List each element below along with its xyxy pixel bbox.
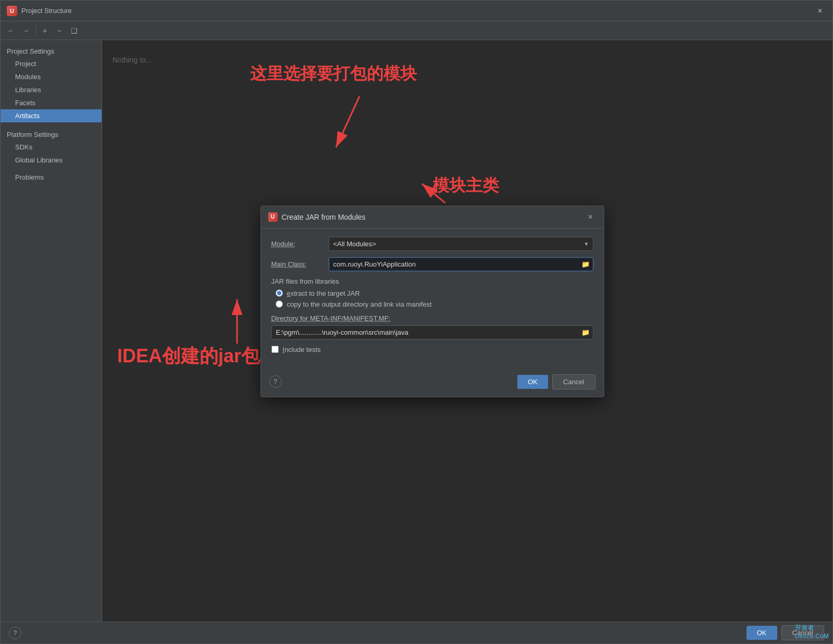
bottom-bar: ? OK Cancel <box>1 622 832 643</box>
include-tests-label[interactable]: Include tests <box>283 346 321 353</box>
radio-copy-label[interactable]: copy to the output directory and link vi… <box>287 300 432 308</box>
radio-extract-row: extract to the target JAR <box>276 289 593 297</box>
sidebar-item-facets[interactable]: Facets <box>1 96 102 109</box>
window-title: Project Structure <box>21 7 814 15</box>
toolbar: ← → + − ❑ <box>1 21 832 40</box>
platform-settings-section: Platform Settings <box>1 127 102 141</box>
empty-text: Nothing to... <box>113 56 152 64</box>
dialog-help-button[interactable]: ? <box>269 375 282 388</box>
window-close-button[interactable]: × <box>814 5 826 17</box>
copy-button[interactable]: ❑ <box>68 24 80 37</box>
sidebar: Project Settings Project Modules Librari… <box>1 40 102 622</box>
sidebar-item-modules[interactable]: Modules <box>1 70 102 83</box>
include-tests-row: Include tests <box>271 346 593 353</box>
dialog-footer: ? OK Cancel <box>261 370 604 397</box>
dialog-ok-button[interactable]: OK <box>517 375 548 389</box>
sidebar-item-sdks[interactable]: SDKs <box>1 141 102 154</box>
cancel-button[interactable]: Cancel <box>781 625 824 640</box>
sidebar-item-project[interactable]: Project <box>1 57 102 70</box>
toolbar-separator <box>36 26 36 36</box>
remove-button[interactable]: − <box>53 24 66 37</box>
add-button[interactable]: + <box>39 24 51 37</box>
radio-copy-row: copy to the output directory and link vi… <box>276 300 593 308</box>
dialog-close-button[interactable]: × <box>585 211 596 223</box>
manifest-dir-input[interactable] <box>271 325 593 339</box>
jar-files-section-label: JAR files from libraries <box>271 277 593 285</box>
dialog-title: Create JAR from Modules <box>282 213 585 221</box>
include-tests-checkbox[interactable] <box>271 346 279 353</box>
module-label: Module: <box>271 240 329 248</box>
radio-copy[interactable] <box>276 300 283 308</box>
module-select[interactable]: <All Modules> <box>329 237 593 251</box>
dialog-cancel-button[interactable]: Cancel <box>552 374 595 389</box>
sidebar-item-problems[interactable]: Problems <box>1 171 102 184</box>
main-class-row: Main Class: 📁 <box>271 257 593 271</box>
help-button[interactable]: ? <box>9 627 21 639</box>
manifest-dir-label: Directory for META-INF/MANIFEST.MF: <box>271 314 593 322</box>
main-class-input-wrap: 📁 <box>329 257 593 271</box>
jar-files-radio-group: extract to the target JAR copy to the ou… <box>271 289 593 308</box>
module-select-wrap: <All Modules> ▼ <box>329 237 593 251</box>
nav-forward-button[interactable]: → <box>19 24 32 37</box>
manifest-folder-button[interactable]: 📁 <box>580 327 591 337</box>
title-bar: U Project Structure × <box>1 1 832 21</box>
main-class-input[interactable] <box>329 257 593 271</box>
sidebar-item-libraries[interactable]: Libraries <box>1 83 102 96</box>
main-class-folder-button[interactable]: 📁 <box>580 259 591 269</box>
manifest-section: Directory for META-INF/MANIFEST.MF: 📁 <box>271 314 593 339</box>
radio-extract-label[interactable]: extract to the target JAR <box>287 289 360 297</box>
dialog-icon: U <box>268 212 278 222</box>
app-icon: U <box>7 6 17 16</box>
project-settings-section: Project Settings <box>1 44 102 57</box>
sidebar-divider <box>1 122 102 127</box>
manifest-input-wrap: 📁 <box>271 325 593 339</box>
radio-extract[interactable] <box>276 289 283 297</box>
ok-button[interactable]: OK <box>747 626 777 640</box>
sidebar-item-artifacts[interactable]: Artifacts <box>1 109 102 122</box>
main-class-label: Main Class: <box>271 260 329 268</box>
create-jar-dialog: U Create JAR from Modules × Module: <All… <box>260 206 604 397</box>
dialog-body: Module: <All Modules> ▼ Main Class: 📁 <box>261 229 604 370</box>
sidebar-item-global-libraries[interactable]: Global Libraries <box>1 154 102 167</box>
nav-back-button[interactable]: ← <box>5 24 17 37</box>
dialog-title-bar: U Create JAR from Modules × <box>261 206 604 229</box>
sidebar-divider-2 <box>1 167 102 171</box>
module-row: Module: <All Modules> ▼ <box>271 237 593 251</box>
